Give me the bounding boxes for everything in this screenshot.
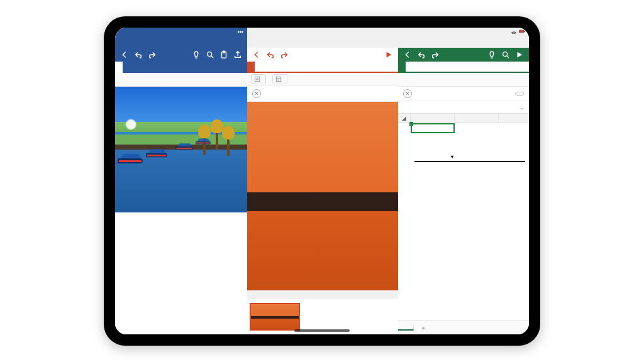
svg-rect-6 <box>519 31 524 33</box>
signin-button[interactable] <box>515 92 524 96</box>
excel-title <box>398 36 529 48</box>
select-all-corner[interactable]: ◢ <box>398 114 411 123</box>
tab-disposicion[interactable] <box>138 62 145 73</box>
tab-datos[interactable] <box>428 62 436 72</box>
search-icon[interactable] <box>206 50 214 59</box>
slide-stage[interactable] <box>247 102 398 290</box>
excel-format-bar <box>398 73 529 87</box>
share-icon[interactable] <box>233 50 242 59</box>
doc-headline[interactable] <box>115 212 247 225</box>
tab-insertar[interactable] <box>123 62 130 73</box>
tab-rev[interactable] <box>145 62 153 73</box>
tab-inicio[interactable] <box>398 62 406 72</box>
tab-insertar[interactable] <box>255 62 262 72</box>
ppt-ribbon <box>247 62 398 73</box>
back-icon[interactable] <box>120 50 129 59</box>
add-sheet-button[interactable]: ＋ <box>414 322 433 334</box>
word-ribbon <box>115 62 247 73</box>
tab-insertar[interactable] <box>406 62 413 72</box>
status-icons <box>511 28 525 36</box>
signin-banner: ✕ <box>247 85 398 102</box>
chevron-down-icon[interactable]: ⌄ <box>520 104 525 111</box>
tab-dibujar[interactable] <box>413 62 421 72</box>
status-bar <box>247 28 398 36</box>
ipad-screen: ••• <box>115 28 529 334</box>
undo-icon[interactable] <box>417 50 426 59</box>
powerpoint-app: ✕ <box>247 28 398 334</box>
list-headers: ▾ <box>414 152 525 162</box>
undo-icon[interactable] <box>134 50 143 59</box>
formula-bar[interactable]: ⌄ <box>398 101 529 114</box>
back-icon[interactable] <box>403 50 412 59</box>
tab-transiciones[interactable] <box>277 62 285 72</box>
tab-dibujar[interactable] <box>130 62 138 73</box>
back-icon[interactable] <box>252 50 261 59</box>
status-icons: ••• <box>238 29 243 35</box>
sheet-tab-lista[interactable] <box>398 326 414 331</box>
play-icon[interactable] <box>384 50 393 59</box>
document-image <box>115 87 247 212</box>
clipboard-icon[interactable] <box>219 50 228 59</box>
style-indicator[interactable] <box>115 327 247 334</box>
slide-counter <box>247 290 398 299</box>
word-title <box>115 36 247 48</box>
ppt-toolbar <box>247 48 398 62</box>
ppt-sub-toolbar <box>247 73 398 85</box>
hdr-fecha[interactable]: ▾ <box>414 153 453 160</box>
tab-diseno[interactable] <box>270 62 277 72</box>
status-bar <box>398 28 529 36</box>
slide-canvas <box>247 102 398 290</box>
column-headers: ◢ <box>398 114 529 123</box>
word-app: ••• <box>115 28 247 334</box>
ipad-frame: ••• <box>104 16 540 346</box>
sheet-content: ▾ <box>411 123 529 162</box>
col-C[interactable] <box>499 114 529 123</box>
tab-inicio[interactable] <box>247 62 255 72</box>
tab-formulas[interactable] <box>421 62 428 72</box>
sheet-tabs: ＋ <box>398 321 529 334</box>
excel-ribbon <box>398 62 529 73</box>
tab-inicio[interactable] <box>115 62 123 73</box>
new-slide-button[interactable] <box>251 74 266 84</box>
word-document <box>115 87 247 334</box>
svg-rect-4 <box>276 77 281 82</box>
tab-dibujar[interactable] <box>262 62 270 72</box>
undo-icon[interactable] <box>266 50 275 59</box>
col-B[interactable] <box>455 114 499 123</box>
redo-icon[interactable] <box>148 50 157 59</box>
signin-banner: ✕ <box>398 87 529 101</box>
excel-toolbar <box>398 48 529 62</box>
excel-app: ✕ ⌄ ◢ <box>398 28 529 334</box>
ppt-title <box>247 36 398 48</box>
word-format-bar <box>115 73 247 87</box>
svg-point-0 <box>208 52 212 57</box>
lightbulb-icon[interactable] <box>192 50 201 59</box>
share-icon[interactable] <box>515 50 524 59</box>
status-bar: ••• <box>115 28 247 36</box>
selection-handle[interactable] <box>409 122 413 126</box>
lightbulb-icon[interactable] <box>487 50 496 59</box>
close-icon[interactable]: ✕ <box>403 89 412 98</box>
font-input[interactable] <box>120 76 180 83</box>
redo-icon[interactable] <box>280 50 289 59</box>
slide-thumb-1[interactable] <box>250 303 300 331</box>
word-toolbar <box>115 48 247 62</box>
layout-button[interactable] <box>272 74 287 84</box>
slide-title[interactable] <box>255 182 391 195</box>
close-icon[interactable]: ✕ <box>252 89 261 98</box>
task-tag[interactable] <box>414 123 525 124</box>
search-icon[interactable] <box>501 50 510 59</box>
svg-point-8 <box>503 52 508 57</box>
home-indicator[interactable] <box>294 329 350 332</box>
svg-rect-7 <box>525 31 525 32</box>
col-A[interactable] <box>411 114 455 123</box>
redo-icon[interactable] <box>431 50 440 59</box>
sheet-grid[interactable]: ▾ <box>398 123 529 321</box>
